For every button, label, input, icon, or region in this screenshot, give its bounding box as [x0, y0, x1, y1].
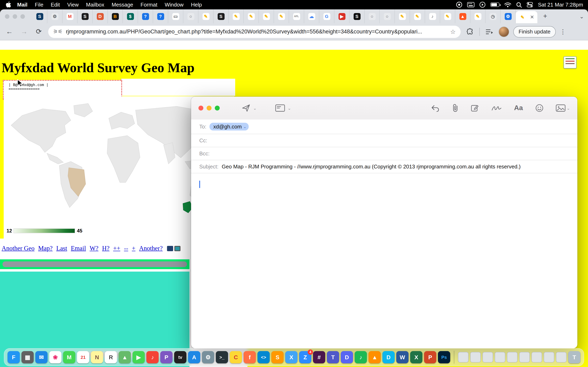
- minimized-window-4[interactable]: [507, 352, 518, 363]
- dock-launchpad-icon[interactable]: ▦: [21, 351, 34, 363]
- dock-firefox-icon[interactable]: f: [243, 351, 256, 363]
- tab-search-chevron-icon[interactable]: ⌄: [579, 13, 584, 19]
- geo-link-[interactable]: ++: [113, 245, 120, 252]
- to-field[interactable]: To: xd@gh.com ⌄: [191, 119, 577, 134]
- browser-tab-14[interactable]: ✎: [244, 9, 259, 23]
- browser-tab-13[interactable]: ✎: [229, 9, 244, 23]
- minimized-window-3[interactable]: [495, 352, 505, 363]
- computer-icon[interactable]: [174, 246, 181, 251]
- menu-mailbox[interactable]: Mailbox: [86, 2, 104, 8]
- dock-finder-icon[interactable]: F: [8, 351, 20, 363]
- site-settings-icon[interactable]: ⚞⚟: [53, 29, 63, 35]
- app-status-icon[interactable]: [456, 2, 462, 8]
- browser-tab-10[interactable]: ○: [183, 9, 199, 23]
- dock-word-icon[interactable]: W: [396, 351, 408, 363]
- finish-update-button[interactable]: Finish update: [513, 26, 556, 37]
- menu-view[interactable]: View: [67, 2, 79, 8]
- mail-close-button[interactable]: [199, 106, 203, 110]
- minimized-window-0[interactable]: [458, 352, 468, 363]
- fonts-button[interactable]: Aa: [514, 104, 523, 112]
- menu-edit[interactable]: Edit: [51, 2, 60, 8]
- menu-help[interactable]: Help: [191, 2, 202, 8]
- browser-tab-8[interactable]: ?: [153, 9, 168, 23]
- reload-button[interactable]: ⟳: [34, 26, 44, 37]
- minimized-window-8[interactable]: [556, 352, 567, 363]
- browser-tab-active[interactable]: ✎ ✕: [516, 11, 537, 23]
- browser-tab-7[interactable]: ?: [138, 9, 153, 23]
- signature-icon[interactable]: [491, 104, 502, 112]
- browser-tab-27[interactable]: ✎: [440, 9, 455, 23]
- keyboard-icon[interactable]: [467, 2, 475, 7]
- geo-link-[interactable]: --: [124, 245, 128, 252]
- browser-tab-9[interactable]: ▭: [168, 9, 183, 23]
- dock-maps-icon[interactable]: ▲: [119, 351, 131, 363]
- subject-text[interactable]: Geo Map - RJM Programming - //www.rjmpro…: [222, 164, 521, 170]
- browser-tab-29[interactable]: ✎: [470, 9, 485, 23]
- control-center-icon[interactable]: [527, 2, 533, 7]
- browser-tab-18[interactable]: ☁: [304, 9, 319, 23]
- browser-menu-icon[interactable]: ⋮: [560, 28, 566, 35]
- browser-tab-11[interactable]: ✎: [199, 9, 214, 23]
- geo-link-email[interactable]: Email: [71, 245, 86, 252]
- dock-slack-icon[interactable]: #: [313, 351, 325, 363]
- dock-calendar-icon[interactable]: 21: [77, 351, 89, 363]
- browser-tab-22[interactable]: ○: [365, 9, 380, 23]
- browser-tab-2[interactable]: M: [62, 9, 78, 23]
- window-zoom-button[interactable]: [20, 14, 25, 18]
- dock-xcode-icon[interactable]: X: [285, 351, 297, 363]
- dock-sublime-icon[interactable]: S: [271, 351, 284, 363]
- wifi-icon[interactable]: [504, 2, 511, 7]
- message-body[interactable]: [191, 173, 577, 328]
- header-fields-chevron-icon[interactable]: ⌄: [288, 106, 291, 110]
- back-button[interactable]: ←: [4, 26, 15, 37]
- dock-discord-icon[interactable]: D: [341, 351, 353, 363]
- photo-browser-icon[interactable]: ⌄: [555, 104, 570, 112]
- minimized-window-6[interactable]: [531, 352, 542, 363]
- menu-message[interactable]: Message: [112, 2, 133, 8]
- mail-zoom-button[interactable]: [215, 106, 220, 110]
- geo-link-[interactable]: +: [132, 245, 136, 252]
- browser-tab-20[interactable]: ▶: [334, 9, 350, 23]
- scrollbar-thumb[interactable]: [2, 261, 187, 267]
- bookmark-star-icon[interactable]: ☆: [450, 28, 456, 35]
- dock-terminal-icon[interactable]: >_: [216, 351, 228, 363]
- cc-field[interactable]: Cc:: [191, 134, 577, 147]
- dock-facetime-icon[interactable]: ▶: [132, 351, 145, 363]
- geo-link-map[interactable]: Map?: [38, 245, 53, 252]
- browser-tab-4[interactable]: D: [93, 9, 108, 23]
- browser-tab-23[interactable]: ○: [380, 9, 395, 23]
- browser-tab-16[interactable]: ✎: [274, 9, 289, 23]
- recipient-token[interactable]: xd@gh.com ⌄: [210, 123, 249, 131]
- mail-minimize-button[interactable]: [207, 106, 212, 110]
- browser-tab-24[interactable]: ✎: [395, 9, 410, 23]
- emoji-picker-icon[interactable]: [535, 104, 543, 112]
- minimized-window-5[interactable]: [519, 352, 530, 363]
- browser-tab-21[interactable]: S: [350, 9, 365, 23]
- menu-format[interactable]: Format: [140, 2, 157, 8]
- dock-trash-icon[interactable]: T: [568, 351, 580, 363]
- browser-tab-6[interactable]: $: [123, 9, 138, 23]
- recipient-chevron-icon[interactable]: ⌄: [243, 125, 246, 129]
- bcc-field[interactable]: Bcc:: [191, 147, 577, 160]
- dock-settings-icon[interactable]: ⚙: [202, 351, 214, 363]
- geo-link-last[interactable]: Last: [56, 245, 67, 252]
- extensions-icon[interactable]: [465, 26, 475, 37]
- browser-tab-3[interactable]: S: [78, 9, 93, 23]
- menu-window[interactable]: Window: [165, 2, 184, 8]
- browser-tab-17[interactable]: AFL: [289, 9, 304, 23]
- spotlight-search-icon[interactable]: [516, 2, 522, 8]
- notepad-icon[interactable]: [563, 56, 577, 68]
- geo-link-another[interactable]: Another?: [139, 245, 163, 252]
- compose-format-icon[interactable]: [471, 104, 479, 112]
- active-app-name[interactable]: Mail: [17, 2, 27, 8]
- browser-tab-26[interactable]: ♪: [425, 9, 440, 23]
- undo-icon[interactable]: [431, 104, 440, 112]
- dock-teams-icon[interactable]: T: [327, 351, 339, 363]
- dock-messages-icon[interactable]: M: [63, 351, 75, 363]
- browser-tab-19[interactable]: G: [319, 9, 334, 23]
- book-icon[interactable]: [167, 246, 173, 251]
- window-close-button[interactable]: [5, 14, 9, 18]
- browser-tab-30[interactable]: ◷: [485, 9, 501, 23]
- photo-browser-chevron-icon[interactable]: ⌄: [567, 106, 570, 110]
- dock-chrome-icon[interactable]: C: [230, 351, 242, 363]
